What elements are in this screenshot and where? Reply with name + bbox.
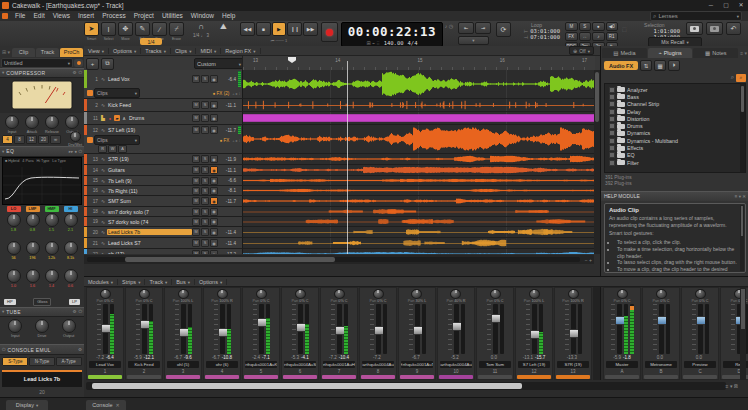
- mixer-strip[interactable]: Pan 100% R: [203, 287, 241, 380]
- solo-button[interactable]: S: [201, 218, 209, 226]
- mute-button[interactable]: M: [192, 166, 200, 174]
- console-tab[interactable]: Console✕: [86, 400, 126, 410]
- eq-knob[interactable]: 2.1: [64, 213, 78, 241]
- maximize-button[interactable]: ▢: [719, 1, 733, 10]
- automation-button[interactable]: R: [98, 145, 107, 153]
- track-header[interactable]: 1 ∿ ●▰A Lead Vox M S ◉ -6.4: [84, 70, 243, 98]
- screenshot-button[interactable]: [686, 22, 703, 35]
- checkbox[interactable]: [609, 138, 615, 144]
- solo-button[interactable]: S: [201, 126, 209, 134]
- strip-name[interactable]: Kick Feed: [128, 361, 160, 369]
- strip-name[interactable]: Erthquks0001AuT: [401, 361, 433, 369]
- volume-fader[interactable]: [415, 304, 420, 354]
- input-echo-button[interactable]: ◉: [210, 114, 218, 122]
- fader-value[interactable]: -7.2: [373, 355, 381, 360]
- automation-button[interactable]: A: [118, 145, 127, 153]
- track-name[interactable]: 7b Right (11): [107, 188, 192, 194]
- input-echo-button[interactable]: ◉: [210, 101, 218, 109]
- mixer-strip[interactable]: Pan 30% L: [398, 287, 436, 380]
- fader-value[interactable]: -6.7: [174, 355, 182, 360]
- input-echo-button[interactable]: ◉: [210, 166, 218, 174]
- track-lane[interactable]: [243, 186, 594, 195]
- mute-button[interactable]: M: [192, 250, 200, 254]
- audio-clip-waveform[interactable]: [243, 197, 594, 205]
- plugin-category-row[interactable]: Dynamics: [605, 130, 745, 137]
- eq-knob[interactable]: 1.4: [45, 269, 59, 297]
- pan-knob[interactable]: [411, 289, 422, 299]
- solo-button[interactable]: S: [201, 239, 209, 247]
- pan-knob[interactable]: [334, 289, 345, 299]
- track-row[interactable]: 14 ∿ ●▰A Guitars M S ◉ -11.1: [84, 165, 594, 176]
- track-row[interactable]: 16 ∿ ●▰A 7b Right (11) M S ◉ -8.1: [84, 186, 594, 196]
- console-menu[interactable]: Strips: [118, 279, 145, 285]
- track-header[interactable]: 22 ∿ ●▰A oh (17) M S ◉ -17.2: [84, 249, 243, 254]
- ratio-button[interactable]: ∞: [50, 135, 61, 144]
- input-echo-button[interactable]: ◉: [210, 177, 218, 185]
- track-lane[interactable]: [243, 238, 594, 248]
- track-name[interactable]: SM7 Sum: [107, 198, 192, 204]
- ratio-button[interactable]: 12: [26, 135, 37, 144]
- track-header[interactable]: 16 ∿ ●▰A 7b Right (11) M S ◉ -8.1: [84, 186, 243, 195]
- fader-value[interactable]: -13.3: [567, 355, 577, 360]
- transport-button[interactable]: ▶: [272, 22, 287, 36]
- console-corner-icons[interactable]: ≡ ▾ ⊠: [726, 383, 738, 389]
- display-tab[interactable]: Display: [6, 400, 48, 410]
- pan-knob[interactable]: [178, 289, 189, 299]
- mixer-strip[interactable]: Pan 0% C: [86, 287, 124, 380]
- checkbox[interactable]: [609, 123, 615, 129]
- mix-module-button[interactable]: ↔: [579, 32, 592, 41]
- console-type-button[interactable]: A-Type: [56, 357, 82, 366]
- eq-knob[interactable]: 8.1k: [64, 241, 78, 269]
- draw-resolution-button[interactable]: 1/4: [140, 38, 162, 45]
- punch-dropdown[interactable]: [458, 36, 489, 45]
- track-row[interactable]: 17 ∿ ●▰A SM7 Sum M S ◉ -11.7: [84, 196, 594, 207]
- scrollbar-thumb[interactable]: [741, 86, 744, 112]
- mix-module-button[interactable]: ♪: [592, 32, 605, 41]
- scrollbar-thumb[interactable]: [741, 206, 743, 236]
- volume-fader[interactable]: [298, 304, 303, 354]
- audio-clip-waveform[interactable]: [243, 177, 594, 184]
- solo-button[interactable]: S: [201, 197, 209, 205]
- volume-fader[interactable]: [103, 304, 108, 354]
- track-gain-value[interactable]: -11.7: [219, 199, 237, 204]
- menu-item[interactable]: Window: [187, 11, 218, 21]
- transport-button[interactable]: ▶▶: [303, 22, 318, 36]
- track-name[interactable]: S7 dorky solo (74: [107, 219, 192, 225]
- volume-fader[interactable]: [142, 304, 147, 354]
- clips-dropdown[interactable]: Clips: [94, 88, 140, 98]
- audio-clip-waveform[interactable]: [243, 208, 594, 215]
- console-type-button[interactable]: N-Type: [29, 357, 55, 366]
- eq-extra-button[interactable]: HP: [4, 299, 16, 305]
- drywet-knob[interactable]: Dry/Wet: [68, 131, 82, 147]
- tool-button[interactable]: I Select: [101, 22, 116, 41]
- track-lane[interactable]: [243, 176, 594, 185]
- checkbox[interactable]: [609, 109, 615, 115]
- scrollbar-thumb[interactable]: [92, 383, 522, 389]
- track-name[interactable]: Lead Licks S7: [107, 240, 192, 246]
- minimize-button[interactable]: ─: [704, 1, 718, 10]
- audio-clip-waveform[interactable]: [243, 126, 594, 152]
- fader-value[interactable]: -2.4: [252, 355, 260, 360]
- inspector-tab[interactable]: ProCh: [60, 48, 83, 57]
- track-row[interactable]: 12 ∿ ●▰A S7 Left (19) M S ◉ -11.7: [84, 125, 594, 154]
- timeline-ruler[interactable]: 1314151617: [242, 56, 595, 71]
- snap-module[interactable]: ∩ 1/4 ♩ 3: [184, 22, 218, 45]
- console-menu[interactable]: Track: [145, 279, 172, 285]
- console-emulator-header[interactable]: ⏻CONSOLE EMUL⚙: [0, 344, 84, 355]
- pan-knob[interactable]: [695, 289, 706, 299]
- clips-dropdown[interactable]: Clips: [94, 135, 140, 145]
- track-name[interactable]: Lead Vox: [107, 76, 192, 82]
- eq-knob[interactable]: 1.2k: [45, 241, 59, 269]
- mix-module-button[interactable]: ◀0: [606, 22, 619, 31]
- mix-module-button[interactable]: S: [579, 22, 592, 31]
- eq-band-button[interactable]: HMF: [45, 206, 59, 212]
- menu-item[interactable]: Edit: [29, 11, 48, 21]
- eq-band-button[interactable]: LMF: [26, 206, 40, 212]
- eq-legend-item[interactable]: ■ Hybrid: [5, 159, 19, 163]
- track-lane[interactable]: [243, 207, 594, 216]
- fx-badge[interactable]: ●FX (2): [213, 91, 230, 96]
- track-gain-value[interactable]: -11.9: [219, 157, 237, 162]
- track-header[interactable]: 13 ∿ ●▰A S7R (19) M S ◉ -11.9: [84, 154, 243, 164]
- checkbox[interactable]: [609, 116, 615, 122]
- browser-tab[interactable]: ⌁Plugins: [648, 48, 693, 58]
